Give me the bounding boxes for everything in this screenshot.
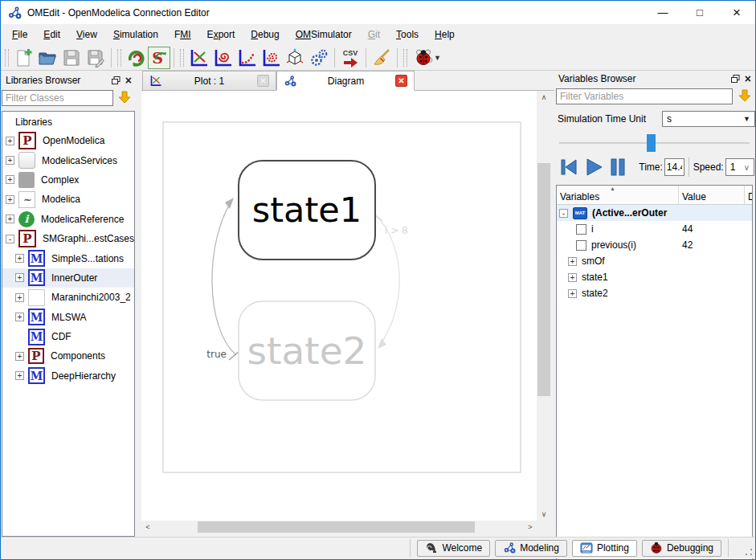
expander-icon[interactable]: + [568, 273, 577, 282]
simulation-time-slider[interactable] [559, 133, 750, 153]
export-csv-button[interactable]: CSV [338, 47, 362, 69]
library-item-simplestations[interactable]: + M SimpleS...tations [2, 248, 134, 268]
vertical-scrollbar[interactable]: ∧ ∨ [537, 91, 551, 521]
expander-icon[interactable]: + [15, 293, 24, 302]
scrollbar-thumb[interactable] [537, 163, 550, 396]
toolbar-handle[interactable] [403, 49, 407, 67]
variable-row-i[interactable]: i 44 [557, 221, 752, 237]
perspective-welcome-button[interactable]: Welcome [417, 540, 490, 557]
library-item-components[interactable]: + P Components [2, 346, 134, 366]
expander-icon[interactable]: + [15, 313, 24, 321]
play-button[interactable] [583, 155, 604, 179]
menu-fmi[interactable]: FMI [166, 26, 199, 43]
variable-row-result[interactable]: - MAT (Active...erOuter [557, 205, 752, 221]
plot-checkbox[interactable] [576, 240, 586, 251]
perspective-debugging-button[interactable]: Debugging [642, 540, 721, 557]
resize-grip[interactable] [745, 548, 753, 556]
dock-float-icon[interactable] [731, 75, 740, 84]
horizontal-scrollbar[interactable]: < > [141, 521, 537, 533]
speed-combobox[interactable]: 1 ∨ [725, 158, 754, 176]
menu-file[interactable]: File [4, 26, 35, 43]
close-button[interactable]: × [718, 1, 755, 24]
library-item-innerouter[interactable]: + M InnerOuter [2, 268, 134, 288]
column-display-unit[interactable]: Displ [745, 186, 753, 205]
library-item-mlswa[interactable]: + M MLSWA [2, 308, 134, 327]
variable-row-smof[interactable]: + smOf [557, 253, 752, 269]
expander-icon[interactable]: + [6, 137, 14, 145]
new-array-plot-button[interactable] [235, 47, 259, 69]
filter-variables-input[interactable] [556, 88, 733, 104]
library-item-cdf[interactable]: M CDF [2, 327, 134, 346]
tab-close-icon[interactable]: ✕ [257, 75, 269, 87]
filter-scroll-icon[interactable] [118, 91, 131, 106]
scroll-right-icon[interactable]: > [524, 521, 537, 533]
menu-debug[interactable]: Debug [243, 26, 287, 43]
library-item-complex[interactable]: + Complex [2, 170, 134, 190]
expander-icon[interactable]: + [15, 371, 24, 380]
minimize-button[interactable]: — [644, 1, 681, 24]
dock-close-icon[interactable]: × [125, 76, 132, 85]
plot-checkbox[interactable] [576, 224, 586, 235]
scroll-down-icon[interactable]: ∨ [537, 508, 551, 521]
menu-simulation[interactable]: Simulation [105, 26, 166, 43]
rewind-button[interactable] [558, 155, 579, 179]
scroll-left-icon[interactable]: < [141, 521, 154, 533]
perspective-plotting-button[interactable]: Plotting [572, 540, 637, 557]
column-value[interactable]: Value [679, 186, 745, 205]
expander-icon[interactable]: + [15, 254, 24, 263]
expander-icon[interactable]: - [6, 235, 14, 243]
new-plot-window-button[interactable] [186, 47, 210, 69]
menu-git[interactable]: Git [360, 26, 388, 43]
re-simulate-setup-button[interactable]: S [148, 47, 170, 69]
filter-classes-input[interactable] [2, 90, 113, 106]
library-item-modelicareference[interactable]: + i ModelicaReference [2, 210, 134, 229]
save-as-button[interactable] [84, 47, 108, 69]
tab-close-icon[interactable]: ✕ [395, 75, 407, 87]
library-item-smgraphicaltestcases[interactable]: - P SMGraphi...estCases [2, 229, 134, 248]
variable-row-previous-i[interactable]: previous(i) 42 [557, 237, 752, 253]
menu-export[interactable]: Export [199, 26, 243, 43]
new-modelica-class-button[interactable] [11, 47, 35, 69]
slider-handle[interactable] [647, 134, 656, 152]
tab-plot-1[interactable]: Plot : 1 ✕ [142, 71, 276, 91]
pause-button[interactable] [608, 155, 627, 179]
maximize-button[interactable]: □ [681, 1, 718, 24]
expander-icon[interactable]: - [559, 209, 568, 218]
perspective-modeling-button[interactable]: Modeling [495, 540, 567, 557]
expander-icon[interactable]: + [6, 195, 14, 204]
menu-view[interactable]: View [68, 26, 105, 43]
debug-configurations-button[interactable]: ▼ [410, 47, 445, 69]
new-animation-window-button[interactable] [283, 47, 307, 69]
diagram-canvas[interactable]: true i > 8 state1 state2 [141, 91, 537, 521]
time-input[interactable] [664, 158, 684, 176]
expander-icon[interactable]: + [568, 289, 577, 298]
diagram-window-button[interactable] [307, 47, 331, 69]
scroll-up-icon[interactable]: ∧ [537, 91, 551, 104]
open-model-button[interactable] [35, 47, 59, 69]
library-item-modelica[interactable]: + ~ Modelica [2, 190, 134, 209]
expander-icon[interactable]: + [6, 215, 14, 223]
toolbar-handle[interactable] [117, 49, 121, 67]
library-item-maraninchi2003-2[interactable]: + Maraninchi2003_2 [2, 288, 134, 307]
toolbar-handle[interactable] [180, 49, 184, 67]
debug-dropdown-arrow-icon[interactable]: ▼ [434, 54, 441, 62]
expander-icon[interactable]: + [6, 156, 14, 165]
variable-row-state2[interactable]: + state2 [557, 285, 752, 301]
toolbar-handle[interactable] [5, 49, 9, 67]
expander-icon[interactable]: + [15, 273, 24, 282]
expander-icon[interactable]: + [568, 257, 577, 266]
menu-omsimulator[interactable]: OMSimulator [288, 26, 360, 43]
dock-float-icon[interactable] [112, 76, 121, 85]
filter-scroll-icon[interactable] [738, 89, 751, 104]
library-item-deephierarchy[interactable]: + M DeepHierarchy [2, 366, 134, 386]
tab-diagram[interactable]: Diagram ✕ [276, 71, 415, 91]
scrollbar-thumb[interactable] [198, 521, 475, 533]
dock-close-icon[interactable]: × [745, 74, 751, 84]
library-item-modelicaservices[interactable]: + ModelicaServices [2, 150, 134, 170]
new-parametric-plot-button[interactable] [210, 47, 235, 69]
expander-icon[interactable]: + [6, 175, 14, 184]
variable-row-state1[interactable]: + state1 [557, 269, 752, 285]
re-simulate-button[interactable] [124, 47, 148, 69]
save-button[interactable] [59, 47, 84, 69]
menu-edit[interactable]: Edit [35, 26, 68, 43]
